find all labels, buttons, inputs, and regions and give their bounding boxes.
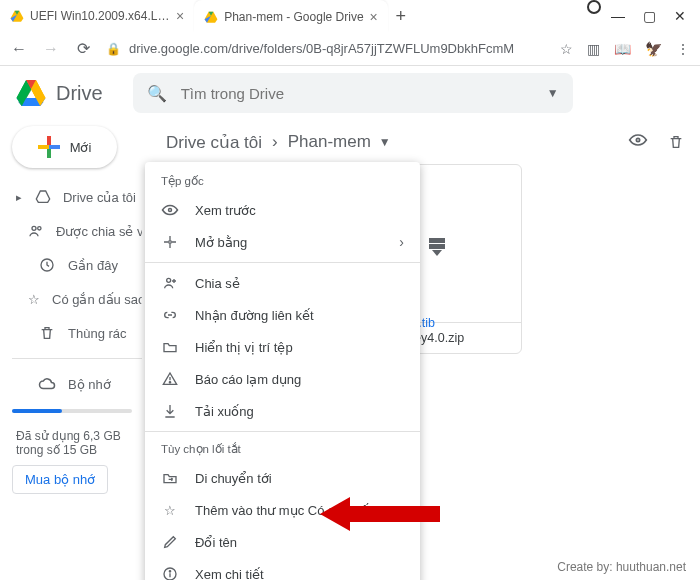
menu-item-open-with[interactable]: Mở bằng ›	[145, 226, 420, 258]
eye-icon	[161, 201, 179, 219]
menu-item-label: Đổi tên	[195, 535, 237, 550]
menu-item-add-star[interactable]: ☆ Thêm vào thư mục Có gắn dấu sao	[145, 494, 420, 526]
breadcrumb: Drive của tôi › Phan-mem ▼	[166, 120, 684, 164]
menu-item-label: Xem trước	[195, 203, 256, 218]
folder-icon	[161, 338, 179, 356]
close-icon[interactable]: ×	[370, 9, 378, 25]
svg-point-17	[636, 138, 639, 141]
svg-marker-13	[36, 191, 49, 202]
submenu-arrow-icon: ›	[399, 234, 404, 250]
move-icon	[161, 469, 179, 487]
info-icon	[161, 565, 179, 580]
search-box[interactable]: 🔍 ▼	[133, 73, 573, 113]
sidebar-item-starred[interactable]: ☆ Có gắn dấu sao	[12, 284, 142, 314]
new-tab-button[interactable]: +	[388, 0, 414, 32]
address-bar[interactable]: 🔒 drive.google.com/drive/folders/0B-q8jr…	[106, 41, 546, 56]
menu-item-share[interactable]: Chia sẻ	[145, 267, 420, 299]
sidebar-item-label: Có gắn dấu sao	[52, 292, 142, 307]
preview-toggle-icon[interactable]	[628, 133, 648, 151]
context-section-label: Tệp gốc	[145, 168, 420, 194]
back-button[interactable]: ←	[10, 40, 28, 58]
window-controls: — ▢ ✕	[611, 0, 700, 32]
tab-title: Phan-mem - Google Drive	[224, 10, 363, 24]
context-section-label: Tùy chọn lối tắt	[145, 436, 420, 462]
more-menu-icon[interactable]: ⋮	[676, 41, 690, 57]
link-icon	[161, 306, 179, 324]
pencil-icon	[161, 533, 179, 551]
svg-point-26	[169, 571, 170, 572]
browser-tabstrip: UEFI Win10.2009.x64.Lehait.tib - × Phan-…	[0, 0, 700, 32]
menu-item-rename[interactable]: Đổi tên	[145, 526, 420, 558]
sidebar-item-label: Gần đây	[68, 258, 118, 273]
browser-toolbar: ← → ⟳ 🔒 drive.google.com/drive/folders/0…	[0, 32, 700, 66]
sidebar-item-my-drive[interactable]: ▸ Drive của tôi	[12, 182, 142, 212]
buy-storage-button[interactable]: Mua bộ nhớ	[12, 465, 108, 494]
svg-point-20	[167, 278, 171, 282]
menu-item-move-to[interactable]: Di chuyển tới	[145, 462, 420, 494]
drive-header: Drive 🔍 ▼	[0, 66, 700, 120]
svg-point-23	[169, 382, 170, 383]
drive-icon	[35, 188, 51, 206]
svg-point-18	[169, 209, 172, 212]
menu-item-label: Di chuyển tới	[195, 471, 272, 486]
sidebar-item-trash[interactable]: Thùng rác	[12, 318, 142, 348]
drive-favicon-icon	[10, 9, 24, 23]
menu-item-get-link[interactable]: Nhận đường liên kết	[145, 299, 420, 331]
sidebar: Mới ▸ Drive của tôi Được chia sẻ với Gần…	[0, 120, 150, 558]
menu-item-label: Chia sẻ	[195, 276, 240, 291]
chevron-down-icon: ▼	[379, 135, 391, 149]
person-add-icon	[161, 274, 179, 292]
forward-button[interactable]: →	[42, 40, 60, 58]
menu-item-label: Báo cáo lạm dụng	[195, 372, 301, 387]
svg-point-15	[38, 227, 41, 230]
sidebar-item-label: Bộ nhớ	[68, 377, 111, 392]
drive-logo-icon	[16, 80, 46, 106]
sidebar-item-label: Được chia sẻ với	[56, 224, 142, 239]
people-icon	[28, 222, 44, 240]
sidebar-item-recent[interactable]: Gần đây	[12, 250, 142, 280]
storage-bar	[12, 409, 132, 413]
caret-icon: ▸	[16, 191, 23, 204]
extension-eagleget-icon[interactable]: 🦅	[645, 41, 662, 57]
drive-favicon-icon	[204, 10, 218, 24]
menu-item-preview[interactable]: Xem trước	[145, 194, 420, 226]
minimize-button[interactable]: —	[611, 8, 625, 24]
cloud-icon	[38, 375, 56, 393]
trash-icon	[38, 324, 56, 342]
extension-reader-icon[interactable]: 📖	[614, 41, 631, 57]
menu-item-report-abuse[interactable]: Báo cáo lạm dụng	[145, 363, 420, 395]
profile-icon[interactable]	[587, 0, 601, 14]
menu-item-show-location[interactable]: Hiển thị vị trí tệp	[145, 331, 420, 363]
svg-point-19	[169, 241, 172, 244]
open-with-icon	[161, 233, 179, 251]
star-icon: ☆	[28, 290, 40, 308]
sidebar-item-storage[interactable]: Bộ nhớ	[12, 369, 142, 399]
maximize-button[interactable]: ▢	[643, 8, 656, 24]
credit-text: Create by: huuthuan.net	[557, 560, 686, 574]
drive-brand: Drive	[56, 82, 103, 105]
extension-idm-icon[interactable]: ▥	[587, 41, 600, 57]
bookmark-icon[interactable]: ☆	[560, 41, 573, 57]
new-button[interactable]: Mới	[12, 126, 117, 168]
browser-tab-1[interactable]: UEFI Win10.2009.x64.Lehait.tib - ×	[0, 0, 194, 32]
storage-text: Đã sử dụng 6,3 GB trong số 15 GB	[12, 425, 142, 461]
menu-item-label: Tải xuống	[195, 404, 254, 419]
menu-item-details[interactable]: Xem chi tiết	[145, 558, 420, 580]
delete-button-icon[interactable]	[668, 133, 684, 151]
sidebar-item-shared[interactable]: Được chia sẻ với	[12, 216, 142, 246]
breadcrumb-folder[interactable]: Phan-mem ▼	[288, 132, 391, 152]
breadcrumb-root[interactable]: Drive của tôi	[166, 132, 262, 153]
menu-item-label: Mở bằng	[195, 235, 247, 250]
close-icon[interactable]: ×	[176, 8, 184, 24]
reload-button[interactable]: ⟳	[74, 39, 92, 58]
new-button-label: Mới	[70, 140, 92, 155]
menu-item-download[interactable]: Tải xuống	[145, 395, 420, 427]
svg-point-14	[32, 226, 36, 230]
menu-item-label: Thêm vào thư mục Có gắn dấu sao	[195, 503, 401, 518]
search-input[interactable]	[181, 85, 533, 102]
close-button[interactable]: ✕	[674, 8, 686, 24]
search-options-icon[interactable]: ▼	[547, 86, 559, 100]
tab-title: UEFI Win10.2009.x64.Lehait.tib -	[30, 9, 170, 23]
browser-tab-2[interactable]: Phan-mem - Google Drive ×	[194, 0, 388, 32]
lock-icon: 🔒	[106, 42, 121, 56]
